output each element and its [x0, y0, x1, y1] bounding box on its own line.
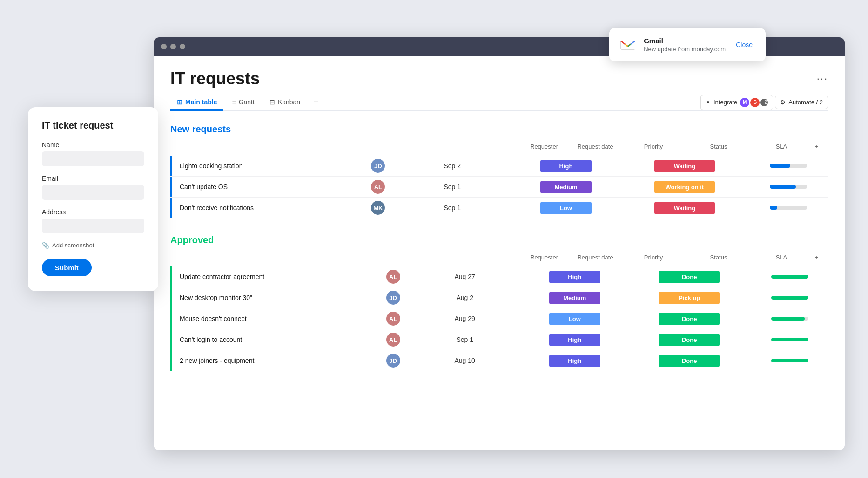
row-priority-cell: High — [522, 266, 627, 287]
main-table-icon: ⊞ — [177, 98, 182, 106]
col-add-header: + — [809, 139, 828, 154]
row-name-cell: Mouse doesn't connect — [170, 308, 379, 329]
avatar: MK — [371, 201, 385, 215]
row-status-cell: Waiting — [620, 198, 749, 219]
row-name: Mouse doesn't connect — [172, 315, 379, 322]
approved-title: Approved — [170, 235, 828, 246]
sla-bar-container — [771, 275, 808, 279]
table-row[interactable]: Lighto docking station JD Sep 2 High — [170, 156, 828, 177]
tab-kanban[interactable]: ⊟ Kanban — [263, 95, 307, 111]
priority-badge: Low — [549, 313, 600, 325]
address-input[interactable] — [42, 219, 144, 233]
approved-headers: Requester Request date Priority Status S… — [170, 250, 828, 266]
row-priority-cell: Medium — [522, 287, 627, 308]
it-ticket-form: IT ticket request Name Email Address 📎 A… — [28, 107, 158, 291]
row-requester-cell: JD — [379, 287, 408, 308]
add-screenshot-button[interactable]: 📎 Add screenshot — [42, 242, 144, 249]
tab-gantt[interactable]: ≡ Gantt — [225, 95, 261, 111]
name-field: Name — [42, 141, 144, 166]
row-status-cell: Pick up — [627, 287, 752, 308]
row-name-cell: Can't login to account — [170, 329, 379, 350]
integration-icon-2: G — [750, 98, 760, 107]
col-requester-header: Requester — [521, 139, 567, 154]
row-priority-cell: High — [522, 350, 627, 371]
gmail-notification: Gmail New update from monday.com Close — [609, 28, 766, 61]
col-sla-header: SLA — [754, 139, 809, 154]
submit-button[interactable]: Submit — [42, 259, 92, 276]
priority-badge: Medium — [540, 181, 592, 193]
table-row[interactable]: Can't update OS AL Sep 1 Medium — [170, 177, 828, 198]
row-name: New desktop monitor 30" — [172, 294, 379, 301]
gmail-close-button[interactable]: Close — [732, 39, 756, 50]
tabs-bar: ⊞ Main table ≡ Gantt ⊟ Kanban + ✦ Integr… — [170, 90, 828, 111]
approved-section: Approved Requester Request date Priority… — [170, 235, 828, 371]
integration-icons: M G +2 — [740, 98, 768, 107]
table-row[interactable]: New desktop monitor 30" JD Aug 2 Medium — [170, 287, 828, 308]
integrate-button[interactable]: ✦ Integrate M G +2 — [700, 95, 773, 110]
gmail-subtitle: New update from monday.com — [644, 46, 726, 53]
sla-bar-container — [770, 164, 807, 168]
row-sla-cell — [749, 177, 828, 198]
row-date: Aug 10 — [437, 357, 493, 364]
table-row[interactable]: Don't receive notifications MK Sep 1 Low — [170, 198, 828, 219]
header-actions: ··· — [817, 73, 828, 85]
sla-bar — [771, 338, 808, 341]
row-date-cell: Sep 1 — [407, 329, 522, 350]
col-date-header: Request date — [567, 139, 623, 154]
new-requests-table: Lighto docking station JD Sep 2 High — [170, 156, 828, 218]
new-requests-section: New requests Requester Request date Prio… — [170, 124, 828, 218]
avatar: AL — [386, 333, 400, 347]
table-row[interactable]: Can't login to account AL Sep 1 High — [170, 329, 828, 350]
row-date-cell: Aug 27 — [407, 266, 522, 287]
row-requester-cell: JD — [379, 350, 408, 371]
integration-icon-1: M — [740, 98, 749, 107]
table-row[interactable]: Update contractor agreement AL Aug 27 Hi… — [170, 266, 828, 287]
more-options-button[interactable]: ··· — [817, 73, 828, 85]
avatar: AL — [386, 270, 400, 284]
row-name: Update contractor agreement — [172, 273, 379, 280]
status-badge: Done — [659, 271, 720, 283]
tab-main-table[interactable]: ⊞ Main table — [170, 95, 223, 111]
row-date: Aug 29 — [437, 315, 493, 322]
sla-bar — [770, 164, 790, 168]
row-priority-cell: High — [511, 156, 620, 177]
row-status-cell: Done — [627, 329, 752, 350]
gmail-text: Gmail New update from monday.com — [644, 37, 726, 53]
row-sla-cell — [749, 156, 828, 177]
avatar: AL — [371, 180, 385, 194]
row-name-cell: 2 new joiners - equipment — [170, 350, 379, 371]
status-badge: Done — [659, 334, 720, 346]
sla-bar — [771, 359, 808, 362]
sla-bar-container — [770, 185, 807, 189]
row-date-cell: Sep 1 — [393, 177, 511, 198]
row-priority-cell: Low — [522, 308, 627, 329]
avatar: JD — [371, 159, 385, 173]
add-tab-button[interactable]: + — [309, 94, 323, 110]
status-badge: Done — [659, 355, 720, 367]
sla-bar — [771, 317, 805, 321]
priority-badge: Medium — [549, 292, 600, 304]
row-date: Aug 27 — [437, 273, 493, 280]
row-priority-cell: High — [522, 329, 627, 350]
name-input[interactable] — [42, 151, 144, 166]
table-row[interactable]: 2 new joiners - equipment JD Aug 10 High — [170, 350, 828, 371]
row-status-cell: Working on it — [620, 177, 749, 198]
row-date: Sep 1 — [424, 183, 480, 191]
row-name-cell: Can't update OS — [170, 177, 363, 198]
status-badge: Done — [659, 313, 720, 325]
sla-bar-container — [771, 317, 808, 321]
priority-badge: High — [549, 334, 600, 346]
sla-bar — [771, 275, 808, 279]
email-input[interactable] — [42, 185, 144, 200]
sla-bar — [770, 185, 796, 189]
row-name: Lighto docking station — [172, 162, 363, 170]
row-status-cell: Done — [627, 350, 752, 371]
status-badge: Waiting — [654, 160, 715, 172]
row-sla-cell — [752, 266, 828, 287]
traffic-light-yellow — [170, 44, 176, 49]
row-date: Aug 2 — [437, 294, 493, 301]
approved-table: Update contractor agreement AL Aug 27 Hi… — [170, 266, 828, 371]
email-label: Email — [42, 175, 144, 182]
table-row[interactable]: Mouse doesn't connect AL Aug 29 Low — [170, 308, 828, 329]
automate-button[interactable]: ⚙ Automate / 2 — [775, 96, 828, 109]
